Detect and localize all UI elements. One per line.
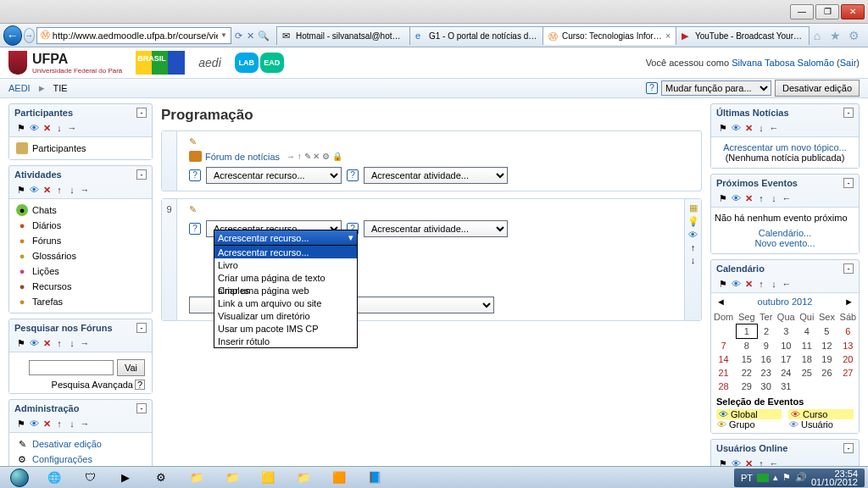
delete-icon[interactable]: ✕ [743, 279, 754, 289]
taskbar-app[interactable]: ⚙ [144, 469, 178, 487]
up-icon[interactable]: ↑ [756, 193, 766, 203]
system-tray[interactable]: PT ▴ ⚑ 🔊 23:54 01/10/2012 [734, 469, 865, 487]
down-icon[interactable]: ↓ [67, 185, 77, 195]
cal-day[interactable] [711, 324, 736, 339]
collapse-icon[interactable]: - [843, 443, 854, 453]
tab-moodle[interactable]: ⓂCurso: Tecnologias Inform...× [542, 26, 676, 45]
dropdown-option[interactable]: Criar uma página de texto simples [214, 271, 357, 284]
home-icon[interactable]: ⌂ [810, 29, 824, 42]
address-bar[interactable]: Ⓜ ▼ [36, 27, 231, 44]
tab-youtube[interactable]: ▶YouTube - Broadcast Yourself. [676, 26, 810, 45]
cal-day[interactable]: 2 [757, 324, 775, 339]
start-button[interactable] [3, 468, 36, 488]
left-icon[interactable]: ← [782, 279, 792, 289]
favorites-icon[interactable]: ★ [829, 29, 843, 42]
cal-day[interactable]: 19 [816, 352, 837, 366]
collapse-icon[interactable]: - [136, 169, 147, 180]
cal-day[interactable]: 31 [775, 380, 798, 393]
legend-usuario[interactable]: 👁Usuário [788, 419, 854, 430]
admin-item[interactable]: ✎Desativar edição [16, 436, 145, 452]
minimize-button[interactable]: — [790, 4, 814, 19]
cal-day[interactable]: 11 [798, 339, 817, 353]
next-month-icon[interactable]: ► [844, 297, 854, 307]
activity-item[interactable]: ●Tarefas [16, 294, 145, 309]
activity-item[interactable]: ●Fóruns [16, 233, 145, 248]
down-icon[interactable]: ↓ [67, 419, 77, 429]
cal-day[interactable]: 12 [816, 339, 837, 353]
delete-icon[interactable]: ✕ [42, 123, 52, 133]
tab-g1[interactable]: eG1 - O portal de notícias da Gl... [409, 26, 543, 45]
up-icon[interactable]: ↑ [54, 185, 64, 195]
add-topic-link[interactable]: Acrescentar um novo tópico... [723, 142, 847, 152]
eye-icon[interactable]: 👁 [29, 123, 39, 133]
cal-day[interactable]: 13 [837, 339, 859, 353]
assign-icon[interactable]: ⚑ [718, 193, 728, 203]
forward-button[interactable]: → [24, 28, 35, 43]
search-icon[interactable]: 🔍 [258, 27, 270, 44]
cal-day[interactable]: 9 [757, 339, 775, 353]
taskbar-app[interactable]: 📘 [358, 469, 392, 487]
cal-day[interactable]: 14 [711, 352, 736, 366]
activity-item[interactable]: ●Lições [16, 263, 145, 279]
calendar-link[interactable]: Calendário... [759, 228, 811, 238]
cal-day[interactable]: 17 [775, 352, 798, 366]
assign-icon[interactable]: ⚑ [718, 279, 728, 289]
eye-icon[interactable]: 👁 [688, 230, 698, 240]
collapse-icon[interactable]: - [136, 403, 147, 413]
eye-icon[interactable]: 👁 [29, 419, 39, 429]
edit-summary-icon[interactable]: ✎ [189, 136, 197, 147]
cal-day[interactable]: 5 [816, 324, 837, 339]
back-button[interactable]: ← [3, 25, 22, 46]
taskbar-app[interactable]: 🟧 [322, 469, 356, 487]
eye-icon[interactable]: 👁 [731, 279, 741, 289]
breadcrumb-aedi[interactable]: AEDI [8, 83, 31, 93]
search-button[interactable]: Vai [117, 359, 145, 376]
activity-item[interactable]: ●Recursos [16, 279, 145, 294]
help-icon[interactable]: ? [646, 82, 658, 94]
assign-icon[interactable]: ⚑ [16, 419, 26, 429]
down-icon[interactable]: ↓ [67, 338, 77, 348]
up-icon[interactable]: ↑ [54, 419, 64, 429]
down-icon[interactable]: ↓ [769, 193, 779, 203]
right-icon[interactable]: → [80, 338, 90, 348]
delete-icon[interactable]: ✕ [42, 185, 52, 195]
dropdown-icon[interactable]: ▼ [220, 31, 227, 39]
cal-day[interactable]: 22 [736, 366, 757, 380]
refresh-icon[interactable]: ⟳ [233, 27, 244, 44]
collapse-icon[interactable]: - [136, 323, 147, 333]
close-button[interactable]: ✕ [841, 4, 865, 19]
cal-day[interactable]: 4 [798, 324, 817, 339]
eye-icon[interactable]: 👁 [731, 193, 741, 203]
dropdown-option[interactable]: Usar um pacote IMS CP [214, 322, 357, 335]
month-label[interactable]: outubro 2012 [758, 297, 813, 307]
tray-network-icon[interactable]: ⚑ [782, 472, 791, 483]
assign-icon[interactable]: ⚑ [16, 185, 26, 195]
tools-icon[interactable]: ⚙ [848, 29, 861, 42]
advanced-search-link[interactable]: Pesquisa Avançada [52, 380, 133, 390]
toggle-edit-button[interactable]: Desativar edição [775, 80, 860, 97]
up-icon[interactable]: ↑ [54, 338, 64, 348]
eye-icon[interactable]: 👁 [29, 338, 39, 348]
taskbar-app[interactable]: ▶ [108, 469, 142, 487]
legend-grupo[interactable]: 👁Grupo [716, 419, 782, 430]
forum-search-input[interactable] [29, 360, 114, 375]
user-link[interactable]: Silvana Tabosa Salomão [732, 58, 834, 68]
cal-day[interactable]: 10 [775, 339, 798, 353]
chevron-down-icon[interactable]: ▾ [348, 232, 353, 243]
edit-summary-icon[interactable]: ✎ [189, 204, 197, 214]
activity-item[interactable]: ●Glossários [16, 248, 145, 263]
down-icon[interactable]: ↓ [769, 279, 779, 289]
admin-item[interactable]: ⚙Configurações [16, 452, 145, 466]
legend-curso[interactable]: 👁Curso [788, 409, 854, 419]
assign-icon[interactable]: ⚑ [16, 338, 26, 348]
left-icon[interactable]: ← [782, 193, 792, 203]
prev-month-icon[interactable]: ◄ [716, 297, 726, 307]
cal-day[interactable]: 26 [816, 366, 837, 380]
clock[interactable]: 23:54 01/10/2012 [811, 469, 858, 486]
taskbar-app[interactable]: 📁 [180, 469, 214, 487]
cal-day[interactable] [798, 380, 817, 393]
assign-icon[interactable]: ⚑ [718, 458, 728, 466]
dropdown-option[interactable]: Criar uma página web [214, 284, 357, 297]
legend-global[interactable]: 👁Global [716, 409, 782, 419]
right-icon[interactable]: → [80, 419, 90, 429]
